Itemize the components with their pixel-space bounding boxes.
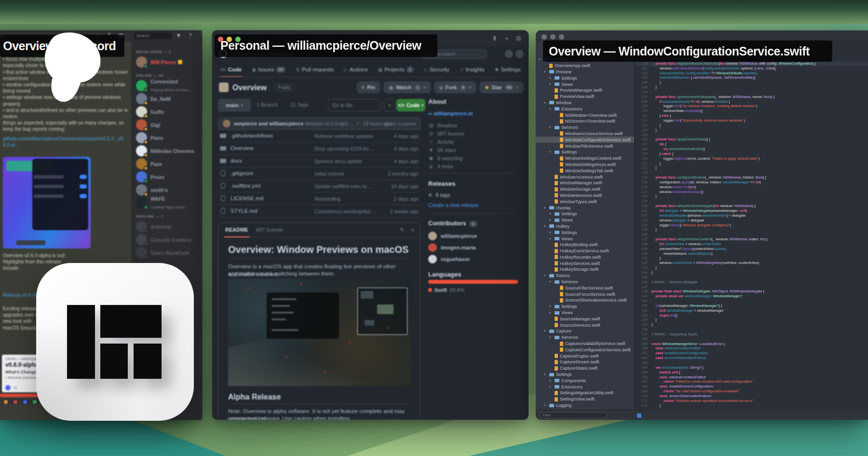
tree-item[interactable]: ▾Settings xyxy=(536,149,634,155)
tree-item[interactable]: WindowStorage.swift xyxy=(536,186,634,193)
repo-meta-item[interactable]: ◉8 watching xyxy=(428,154,464,162)
member-item[interactable]: Guffo xyxy=(136,105,202,118)
window-traffic-lights[interactable] xyxy=(218,37,241,42)
window-traffic-lights[interactable] xyxy=(542,34,564,40)
tree-item[interactable]: WindowAccessor.swift xyxy=(536,174,634,180)
tree-item[interactable]: WindowAccessorService.swift xyxy=(536,131,634,137)
member-item[interactable]: WM Pierce xyxy=(136,55,202,69)
code-editor[interactable]: 99final class WindowServices {100 privat… xyxy=(635,41,868,410)
member-item[interactable]: Piero xyxy=(136,131,202,144)
tree-item[interactable]: ▾Components xyxy=(536,377,634,384)
discord-compare-link[interactable]: github.com/williamcpierce/Overview/compa… xyxy=(3,136,128,148)
commit-message[interactable]: Initial commit xyxy=(314,171,377,177)
contributor-row[interactable]: williamcpierce xyxy=(428,230,477,242)
disclosure-triangle-icon[interactable]: ▾ xyxy=(544,206,547,210)
commit-message[interactable]: Consistency wording/style updates xyxy=(314,208,377,214)
repo-meta-item[interactable]: ψ4 forks xyxy=(428,162,464,170)
table-row[interactable]: docsSponsor docs update4 days ago xyxy=(218,155,420,167)
repo-meta-item[interactable]: ≈Activity xyxy=(428,138,464,146)
disclosure-triangle-icon[interactable]: ▾ xyxy=(549,311,553,315)
disclosure-triangle-icon[interactable]: ▾ xyxy=(549,218,553,222)
checks-passed-icon[interactable]: ✓ xyxy=(356,121,360,126)
tree-item[interactable]: WindowConfigurationService.swift xyxy=(536,137,634,143)
commit-message[interactable]: Sponsor docs update xyxy=(314,158,377,164)
browser-window-preview[interactable]: ⬆ + ⧉ williamcpierce / Overview Type / t… xyxy=(212,30,529,420)
tab-code[interactable]: <>Code xyxy=(217,62,245,77)
tree-item[interactable]: CaptureEngine.swift xyxy=(536,353,634,359)
tree-item[interactable]: WindowServices.swift xyxy=(536,193,634,199)
add-file-button[interactable]: ≡ xyxy=(384,99,395,111)
help-icon[interactable]: ? xyxy=(187,32,193,39)
tree-item[interactable]: WindowTitleService.swift xyxy=(536,143,634,149)
edit-readme-icon[interactable]: ✎ xyxy=(400,227,404,233)
inbox-icon[interactable]: ▼ xyxy=(176,32,182,39)
xcode-window-preview[interactable]: ▾OverviewOverviewApp.swift▾Preview▾Setti… xyxy=(536,30,868,420)
table-row[interactable]: STYLE.mdConsistency wording/style update… xyxy=(218,205,420,218)
disclosure-triangle-icon[interactable]: ▾ xyxy=(544,373,547,376)
repo-meta-item[interactable]: ▤Readme xyxy=(428,121,464,129)
tree-item[interactable]: ▾Capture xyxy=(536,328,634,334)
tab-projects[interactable]: ▦Projects1 xyxy=(375,62,417,77)
disclosure-triangle-icon[interactable]: ▾ xyxy=(544,274,547,277)
file-name[interactable]: .swiftlint.yml xyxy=(231,183,260,189)
create-release-link[interactable]: Create a new release xyxy=(428,202,479,208)
disclosure-triangle-icon[interactable]: ▾ xyxy=(549,304,553,308)
disclosure-triangle-icon[interactable]: ▾ xyxy=(549,231,553,235)
member-item[interactable]: Autohop xyxy=(136,220,202,233)
tags-link[interactable]: 11 Tags xyxy=(290,102,309,108)
tree-item[interactable]: ▾Services xyxy=(536,124,634,131)
commit-authors[interactable]: wmpierce and williamcpierce xyxy=(234,121,304,126)
disclosure-triangle-icon[interactable]: ▾ xyxy=(544,329,547,333)
repo-name[interactable]: Overview xyxy=(232,83,267,92)
contributor-row[interactable]: imogen-marta xyxy=(428,242,477,253)
file-name[interactable]: Overview xyxy=(231,145,254,151)
member-item[interactable]: Nikholas Chorews xyxy=(136,144,202,157)
tree-item[interactable]: WindowSettingsTab.swift xyxy=(536,167,634,174)
repo-meta-item[interactable]: ★56 stars xyxy=(428,146,464,154)
disclosure-triangle-icon[interactable]: ▾ xyxy=(549,83,553,86)
tree-item[interactable]: ▾Extensions xyxy=(536,384,634,390)
disclosure-triangle-icon[interactable]: ▾ xyxy=(549,76,553,80)
commit-message[interactable]: Rebranding xyxy=(314,196,377,202)
tree-item[interactable]: WindowSettingsContent.swift xyxy=(536,155,634,162)
tree-item[interactable]: SettingsView.swift xyxy=(536,396,634,402)
member-item[interactable]: Gigi xyxy=(136,118,202,131)
reaction-pill[interactable] xyxy=(21,399,29,405)
tree-item[interactable]: ▾Views xyxy=(536,235,634,242)
tab-readme[interactable]: README xyxy=(225,227,248,233)
tree-item[interactable]: OverviewApp.swift xyxy=(536,63,634,69)
file-name[interactable]: docs xyxy=(231,158,242,164)
disclosure-triangle-icon[interactable]: ▾ xyxy=(549,379,553,383)
disclosure-triangle-icon[interactable]: ▾ xyxy=(539,57,542,61)
disclosure-triangle-icon[interactable]: ▾ xyxy=(549,280,553,284)
tree-item[interactable]: ▾Settings xyxy=(536,229,634,235)
branch-selector[interactable]: main▾ xyxy=(218,99,251,111)
tree-item[interactable]: ▾Views xyxy=(536,81,634,87)
tree-item[interactable]: ▾Views xyxy=(536,310,634,316)
watch-button[interactable]: ◉Watch1▾ xyxy=(384,82,430,93)
disclosure-triangle-icon[interactable]: ▾ xyxy=(544,101,547,105)
tree-item[interactable]: CaptureConfigurationService.swift xyxy=(536,346,634,353)
branches-link[interactable]: 1 Branch xyxy=(257,102,278,108)
tab-actions[interactable]: ▷Actions xyxy=(340,62,371,77)
language-row[interactable]: Swift 99.8% xyxy=(428,287,464,293)
tree-item[interactable]: SourceFocusService.swift xyxy=(536,291,634,297)
file-name[interactable]: LICENSE.md xyxy=(231,195,263,201)
tree-item[interactable]: WindowManager.swift xyxy=(536,180,634,186)
disclosure-triangle-icon[interactable]: ▾ xyxy=(544,224,547,228)
tree-item[interactable]: HotkeyBinding.swift xyxy=(536,242,634,248)
contributor-row[interactable]: roguehaxor xyxy=(428,253,477,265)
table-row[interactable]: OverviewDrop upcoming #229 from mileston… xyxy=(218,142,420,155)
reaction-pill[interactable] xyxy=(2,399,10,405)
repo-owner-avatar[interactable] xyxy=(219,83,229,92)
tab-pull-requests[interactable]: ⇅Pull requests xyxy=(292,62,337,77)
member-item[interactable]: ConnexitedPlaying World of Warcr… xyxy=(136,79,202,92)
tree-item[interactable]: HotkeyRecorder.swift xyxy=(536,254,634,261)
disclosure-triangle-icon[interactable]: ▾ xyxy=(549,237,553,241)
tree-item[interactable]: CaptureStates.swift xyxy=(536,365,634,372)
tree-item[interactable]: PreviewManager.swift xyxy=(536,87,634,94)
commit-message[interactable]: Drop upcoming #229 from milestone re… xyxy=(314,146,377,152)
repo-meta-item[interactable]: ⚖MIT license xyxy=(428,129,464,138)
table-row[interactable]: .swiftlint.ymlUpdate swiftlint rules to … xyxy=(218,180,420,193)
tree-item[interactable]: ▾Window xyxy=(536,100,634,106)
